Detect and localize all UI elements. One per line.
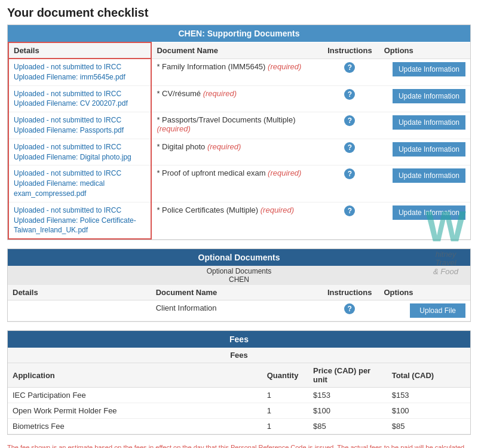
instructions-icon[interactable]: ? <box>344 303 355 314</box>
details-cell: Uploaded - not submitted to IRCCUploaded… <box>8 112 151 139</box>
update-information-button[interactable]: Update Information <box>393 89 465 103</box>
instructions-icon[interactable]: ? <box>344 205 355 216</box>
instructions-icon[interactable]: ? <box>344 168 355 179</box>
fees-section: Fees Fees Application Quantity Price (CA… <box>7 330 471 435</box>
doc-name-cell: * Family Information (IMM5645) (required… <box>151 59 320 85</box>
optional-section-header: Optional Documents <box>8 249 470 266</box>
col-options: Options <box>379 42 470 59</box>
col-instructions: Instructions <box>320 42 379 59</box>
instructions-icon[interactable]: ? <box>344 62 355 73</box>
update-information-button[interactable]: Update Information <box>393 168 465 183</box>
fee-disclaimer: The fee shown is an estimate based on th… <box>7 443 471 448</box>
fees-subheader: Fees <box>8 348 470 363</box>
table-row: Uploaded - not submitted to IRCCUploaded… <box>8 202 470 239</box>
details-cell: Uploaded - not submitted to IRCCUploaded… <box>8 165 151 202</box>
update-information-button[interactable]: Update Information <box>393 205 465 220</box>
opt-col-doc-name: Document Name <box>151 285 320 300</box>
table-row: Uploaded - not submitted to IRCCUploaded… <box>8 112 470 139</box>
fees-col-total: Total (CAD) <box>387 363 470 388</box>
table-row: Uploaded - not submitted to IRCCUploaded… <box>8 139 470 165</box>
col-doc-name: Document Name <box>151 42 320 59</box>
upload-file-button[interactable]: Upload File <box>410 303 465 318</box>
table-row: Client Information ? Upload File <box>8 300 470 321</box>
optional-subheader: Optional Documents CHEN <box>8 266 470 285</box>
col-details: Details <box>8 42 151 59</box>
details-cell: Uploaded - not submitted to IRCCUploaded… <box>8 59 151 85</box>
doc-name-cell: * Digital photo (required) <box>151 139 320 165</box>
update-information-button[interactable]: Update Information <box>393 142 465 157</box>
update-information-button[interactable]: Update Information <box>393 62 465 76</box>
opt-col-instructions: Instructions <box>320 285 379 300</box>
page-title: Your document checklist <box>7 6 471 20</box>
update-information-button[interactable]: Update Information <box>393 115 465 130</box>
doc-name-cell: * Passports/Travel Documents (Multiple) … <box>151 112 320 139</box>
supporting-section-header: CHEN: Supporting Documents <box>8 25 470 42</box>
opt-col-options: Options <box>379 285 470 300</box>
table-row: Uploaded - not submitted to IRCCUploaded… <box>8 85 470 112</box>
details-cell: Uploaded - not submitted to IRCCUploaded… <box>8 139 151 165</box>
fees-col-price: Price (CAD) per unit <box>308 363 387 388</box>
instructions-icon[interactable]: ? <box>344 115 355 126</box>
details-cell: Uploaded - not submitted to IRCCUploaded… <box>8 85 151 112</box>
fees-section-header: Fees <box>8 331 470 348</box>
details-cell: Uploaded - not submitted to IRCCUploaded… <box>8 202 151 239</box>
opt-doc-name: Client Information <box>151 300 320 321</box>
table-row: Uploaded - not submitted to IRCCUploaded… <box>8 165 470 202</box>
table-row: Biometrics Fee1$85$85 <box>8 419 470 434</box>
table-row: Open Work Permit Holder Fee1$100$100 <box>8 403 470 419</box>
opt-col-details: Details <box>8 285 151 300</box>
fees-col-application: Application <box>8 363 262 388</box>
doc-name-cell: * Police Certificates (Multiple) (requir… <box>151 202 320 239</box>
instructions-icon[interactable]: ? <box>344 89 355 100</box>
table-row: IEC Participation Fee1$153$153 <box>8 388 470 403</box>
supporting-documents-section: CHEN: Supporting Documents Details Docum… <box>7 24 471 240</box>
table-row: Uploaded - not submitted to IRCCUploaded… <box>8 59 470 85</box>
doc-name-cell: * Proof of upfront medical exam (require… <box>151 165 320 202</box>
doc-name-cell: * CV/résumé (required) <box>151 85 320 112</box>
optional-documents-section: Optional Documents Optional Documents CH… <box>7 248 471 322</box>
instructions-icon[interactable]: ? <box>344 142 355 153</box>
fees-col-quantity: Quantity <box>262 363 308 388</box>
